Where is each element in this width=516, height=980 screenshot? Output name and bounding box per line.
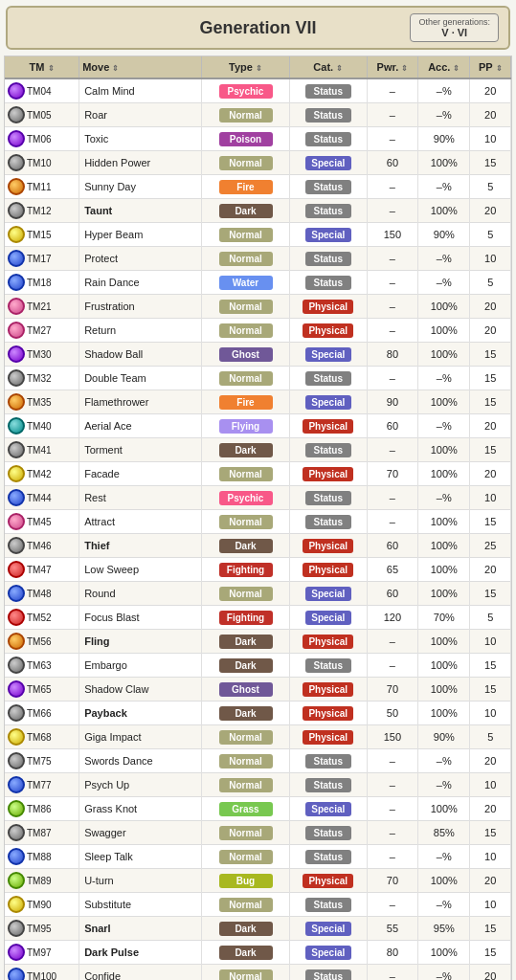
- move-name-cell[interactable]: Flamethrower: [79, 390, 202, 414]
- table-row[interactable]: TM35FlamethrowerFireSpecial90100%15: [5, 390, 511, 414]
- table-row[interactable]: TM45AttractNormalStatus–100%15: [5, 510, 511, 534]
- table-row[interactable]: TM06ToxicPoisonStatus–90%10: [5, 127, 511, 151]
- table-row[interactable]: TM30Shadow BallGhostSpecial80100%15: [5, 343, 511, 367]
- table-row[interactable]: TM90SubstituteNormalStatus––%10: [5, 893, 511, 917]
- move-name-cell[interactable]: Frustration: [79, 295, 202, 319]
- type-cell[interactable]: Psychic: [202, 486, 290, 510]
- move-name-cell[interactable]: Facade: [79, 462, 202, 486]
- type-cell[interactable]: Normal: [202, 319, 290, 343]
- type-cell[interactable]: Bug: [202, 869, 290, 893]
- table-row[interactable]: TM40Aerial AceFlyingPhysical60–%20: [5, 414, 511, 438]
- type-cell[interactable]: Fighting: [202, 558, 290, 582]
- table-row[interactable]: TM47Low SweepFightingPhysical65100%20: [5, 558, 511, 582]
- type-cell[interactable]: Normal: [202, 845, 290, 869]
- move-name-cell[interactable]: Hidden Power: [79, 151, 202, 175]
- move-name-cell[interactable]: Swords Dance: [79, 749, 202, 773]
- table-row[interactable]: TM04Calm MindPsychicStatus––%20: [5, 78, 511, 103]
- move-name-cell[interactable]: Psych Up: [79, 773, 202, 797]
- move-name-cell[interactable]: Torment: [79, 438, 202, 462]
- move-name-cell[interactable]: Grass Knot: [79, 797, 202, 821]
- type-cell[interactable]: Normal: [202, 367, 290, 390]
- table-row[interactable]: TM15Hyper BeamNormalSpecial15090%5: [5, 223, 511, 247]
- type-cell[interactable]: Normal: [202, 773, 290, 797]
- move-name-cell[interactable]: Rest: [79, 486, 202, 510]
- move-name-cell[interactable]: Toxic: [79, 127, 202, 151]
- move-name-cell[interactable]: Protect: [79, 247, 202, 271]
- type-cell[interactable]: Normal: [202, 821, 290, 845]
- type-cell[interactable]: Normal: [202, 582, 290, 606]
- type-cell[interactable]: Psychic: [202, 78, 290, 103]
- type-cell[interactable]: Normal: [202, 151, 290, 175]
- table-row[interactable]: TM17ProtectNormalStatus––%10: [5, 247, 511, 271]
- type-cell[interactable]: Water: [202, 271, 290, 295]
- move-name-cell[interactable]: Payback: [79, 702, 202, 725]
- table-row[interactable]: TM63EmbargoDarkStatus–100%15: [5, 654, 511, 678]
- type-cell[interactable]: Normal: [202, 725, 290, 749]
- move-name-cell[interactable]: Confide: [79, 965, 202, 981]
- move-name-cell[interactable]: Dark Pulse: [79, 941, 202, 965]
- type-cell[interactable]: Normal: [202, 462, 290, 486]
- col-acc[interactable]: Acc. ⇕: [418, 56, 470, 78]
- type-cell[interactable]: Fire: [202, 175, 290, 199]
- col-move[interactable]: Move ⇕: [79, 56, 202, 78]
- move-name-cell[interactable]: Double Team: [79, 367, 202, 390]
- table-row[interactable]: TM95SnarlDarkSpecial5595%15: [5, 917, 511, 941]
- table-row[interactable]: TM65Shadow ClawGhostPhysical70100%15: [5, 678, 511, 702]
- table-row[interactable]: TM10Hidden PowerNormalSpecial60100%15: [5, 151, 511, 175]
- table-row[interactable]: TM77Psych UpNormalStatus––%10: [5, 773, 511, 797]
- type-cell[interactable]: Dark: [202, 941, 290, 965]
- type-cell[interactable]: Normal: [202, 103, 290, 127]
- table-row[interactable]: TM05RoarNormalStatus––%20: [5, 103, 511, 127]
- move-name-cell[interactable]: Return: [79, 319, 202, 343]
- type-cell[interactable]: Dark: [202, 438, 290, 462]
- table-row[interactable]: TM41TormentDarkStatus–100%15: [5, 438, 511, 462]
- move-name-cell[interactable]: Sunny Day: [79, 175, 202, 199]
- move-name-cell[interactable]: Attract: [79, 510, 202, 534]
- move-name-cell[interactable]: U-turn: [79, 869, 202, 893]
- table-row[interactable]: TM11Sunny DayFireStatus––%5: [5, 175, 511, 199]
- type-cell[interactable]: Normal: [202, 247, 290, 271]
- type-cell[interactable]: Dark: [202, 534, 290, 558]
- move-name-cell[interactable]: Round: [79, 582, 202, 606]
- type-cell[interactable]: Ghost: [202, 343, 290, 367]
- move-name-cell[interactable]: Shadow Ball: [79, 343, 202, 367]
- table-row[interactable]: TM32Double TeamNormalStatus––%15: [5, 367, 511, 390]
- type-cell[interactable]: Normal: [202, 965, 290, 981]
- type-cell[interactable]: Fighting: [202, 606, 290, 630]
- table-row[interactable]: TM46ThiefDarkPhysical60100%25: [5, 534, 511, 558]
- move-name-cell[interactable]: Fling: [79, 630, 202, 654]
- type-cell[interactable]: Normal: [202, 893, 290, 917]
- table-row[interactable]: TM88Sleep TalkNormalStatus––%10: [5, 845, 511, 869]
- type-cell[interactable]: Dark: [202, 199, 290, 223]
- table-row[interactable]: TM100ConfideNormalStatus––%20: [5, 965, 511, 981]
- move-name-cell[interactable]: Aerial Ace: [79, 414, 202, 438]
- move-name-cell[interactable]: Taunt: [79, 199, 202, 223]
- move-name-cell[interactable]: Giga Impact: [79, 725, 202, 749]
- type-cell[interactable]: Poison: [202, 127, 290, 151]
- table-row[interactable]: TM42FacadeNormalPhysical70100%20: [5, 462, 511, 486]
- type-cell[interactable]: Flying: [202, 414, 290, 438]
- move-name-cell[interactable]: Snarl: [79, 917, 202, 941]
- type-cell[interactable]: Grass: [202, 797, 290, 821]
- move-name-cell[interactable]: Rain Dance: [79, 271, 202, 295]
- table-row[interactable]: TM44RestPsychicStatus––%10: [5, 486, 511, 510]
- type-cell[interactable]: Dark: [202, 702, 290, 725]
- move-name-cell[interactable]: Low Sweep: [79, 558, 202, 582]
- type-cell[interactable]: Normal: [202, 295, 290, 319]
- type-cell[interactable]: Normal: [202, 749, 290, 773]
- table-row[interactable]: TM89U-turnBugPhysical70100%20: [5, 869, 511, 893]
- move-name-cell[interactable]: Thief: [79, 534, 202, 558]
- table-row[interactable]: TM18Rain DanceWaterStatus––%5: [5, 271, 511, 295]
- col-tm[interactable]: TM ⇕: [5, 56, 79, 78]
- type-cell[interactable]: Dark: [202, 917, 290, 941]
- move-name-cell[interactable]: Shadow Claw: [79, 678, 202, 702]
- type-cell[interactable]: Dark: [202, 654, 290, 678]
- table-row[interactable]: TM56FlingDarkPhysical–100%10: [5, 630, 511, 654]
- table-row[interactable]: TM75Swords DanceNormalStatus––%20: [5, 749, 511, 773]
- type-cell[interactable]: Normal: [202, 510, 290, 534]
- col-pp[interactable]: PP ⇕: [470, 56, 511, 78]
- table-row[interactable]: TM86Grass KnotGrassSpecial–100%20: [5, 797, 511, 821]
- table-row[interactable]: TM12TauntDarkStatus–100%20: [5, 199, 511, 223]
- table-row[interactable]: TM66PaybackDarkPhysical50100%10: [5, 702, 511, 725]
- move-name-cell[interactable]: Hyper Beam: [79, 223, 202, 247]
